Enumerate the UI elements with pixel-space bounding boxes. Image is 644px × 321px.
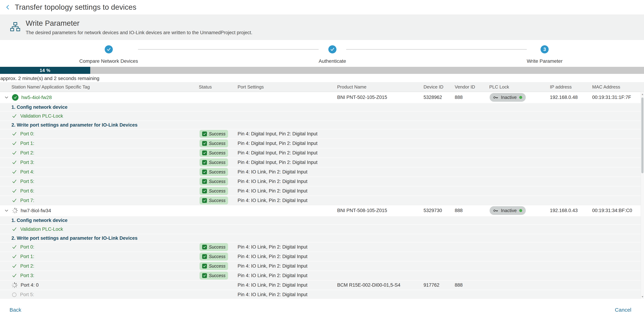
- checkbox-icon: [202, 160, 207, 165]
- step-circle-done: [105, 45, 113, 54]
- port-row: Port 3:SuccessPin 4: IO Link, Pin 2: Dig…: [0, 270, 644, 280]
- port-settings: Pin 4: IO Link, Pin 2: Digital Input: [236, 244, 336, 250]
- check-icon: [12, 141, 17, 146]
- port-label: Validation PLC-Lock: [20, 113, 63, 119]
- back-button[interactable]: Back: [10, 307, 21, 313]
- port-row: Port 5:Pin 4: IO Link, Pin 2: Digital In…: [0, 290, 644, 299]
- vendor-id: 888: [453, 95, 488, 100]
- ip-address: 192.168.0.43: [548, 208, 591, 213]
- device-id: 5328962: [422, 95, 453, 100]
- port-label: Port 6:: [20, 188, 34, 194]
- port-status-cell: Success: [198, 168, 236, 176]
- stepper-step: Compare Network Devices: [79, 45, 138, 64]
- port-station-cell: Port 4: 0: [0, 282, 198, 288]
- port-status-cell: Success: [198, 243, 236, 251]
- port-row: Port 3:SuccessPin 4: Digital Input, Pin …: [0, 158, 644, 167]
- port-settings: Pin 4: IO Link, Pin 2: Digital Input: [236, 292, 336, 298]
- port-settings: Pin 4: IO Link, Pin 2: Digital Input: [236, 179, 336, 184]
- status-badge-label: Success: [209, 273, 226, 278]
- check-icon: [12, 179, 17, 184]
- checkbox-icon: [202, 150, 207, 155]
- port-settings: Pin 4: Digital Input, Pin 2: Digital Inp…: [236, 160, 336, 165]
- port-label: Port 0:: [20, 131, 34, 136]
- plc-lock-cell: Inactive: [488, 93, 548, 102]
- vendor-id: 888: [453, 208, 488, 213]
- port-station-cell: Port 2:: [0, 263, 198, 269]
- product-name: BCM R15E-002-DI00-01,5-S4: [336, 282, 422, 288]
- step-circle-done: [328, 45, 336, 54]
- check-icon: [12, 150, 17, 156]
- scroll-down-arrow-icon[interactable]: ▼: [641, 294, 644, 299]
- port-status-cell: Success: [198, 130, 236, 138]
- vendor-id: 888: [453, 282, 488, 288]
- scrollbar-thumb[interactable]: [641, 98, 644, 173]
- port-station-cell: Port 3:: [0, 273, 198, 278]
- port-row: Port 0:SuccessPin 4: IO Link, Pin 2: Dig…: [0, 242, 644, 252]
- checkbox-icon: [202, 132, 207, 136]
- port-label: Port 0:: [20, 244, 34, 250]
- column-header: Product Name: [336, 84, 422, 90]
- product-name: BNI PNT-508-105-Z015: [336, 208, 422, 213]
- port-label: Port 4:: [20, 169, 34, 175]
- intro-band: Write Parameter The desired parameters f…: [0, 14, 644, 40]
- plc-lock-label: Inactive: [501, 208, 517, 213]
- port-station-cell: Port 0:: [0, 244, 198, 250]
- check-icon: [12, 188, 17, 194]
- column-header: Port Settings: [236, 84, 336, 90]
- port-label: Port 2:: [20, 263, 34, 269]
- progress-bar: 14 %: [0, 67, 644, 74]
- plc-lock-badge: Inactive: [490, 93, 526, 102]
- port-label: Port 3:: [20, 273, 34, 278]
- device-row[interactable]: hw7-8iol-fw34BNI PNT-508-105-Z0155329730…: [0, 205, 644, 216]
- stepper-step-label: Compare Network Devices: [79, 58, 138, 64]
- device-row[interactable]: hw5-4iol-fw28BNI PNT-502-105-Z0155328962…: [0, 92, 644, 103]
- step-circle-active: 3: [540, 45, 549, 54]
- check-icon: [12, 254, 17, 259]
- port-station-cell: Port 1:: [0, 141, 198, 146]
- status-badge-success: Success: [200, 168, 228, 176]
- status-badge-label: Success: [209, 131, 226, 136]
- port-settings: Pin 4: IO Link, Pin 2: Digital Input: [236, 273, 336, 278]
- spinner-icon: [12, 282, 18, 288]
- vertical-scrollbar[interactable]: ▲ ▼: [641, 92, 644, 299]
- stepper: Compare Network DevicesAuthenticate3Writ…: [0, 40, 644, 67]
- port-row: Port 6:SuccessPin 4: IO Link, Pin 2: Dig…: [0, 186, 644, 196]
- port-station-cell: Port 0:: [0, 131, 198, 136]
- plc-lock-label: Inactive: [501, 95, 517, 100]
- status-dot-icon: [519, 96, 522, 99]
- column-header: Status: [198, 84, 236, 90]
- port-row: Port 2:SuccessPin 4: IO Link, Pin 2: Dig…: [0, 261, 644, 270]
- port-settings: Pin 4: Digital Input, Pin 2: Digital Inp…: [236, 141, 336, 146]
- scroll-up-arrow-icon[interactable]: ▲: [641, 92, 644, 96]
- column-header: MAC Address: [591, 84, 641, 90]
- table-header-row: Station Name/ Application Specific TagSt…: [0, 82, 644, 92]
- port-label: Port 5:: [20, 292, 34, 298]
- chevron-down-icon[interactable]: [4, 95, 9, 100]
- step-description: The desired parameters for network devic…: [26, 30, 252, 36]
- checkbox-icon: [202, 273, 207, 278]
- port-station-cell: Validation PLC-Lock: [0, 226, 198, 232]
- status-badge-label: Success: [209, 170, 226, 174]
- port-row: Validation PLC-Lock: [0, 111, 644, 120]
- key-icon: [493, 95, 498, 100]
- ip-address: 192.168.0.48: [548, 95, 591, 100]
- port-label: Port 1:: [20, 254, 34, 259]
- check-icon: [12, 226, 17, 232]
- cancel-button[interactable]: Cancel: [615, 307, 631, 313]
- check-icon: [12, 263, 17, 269]
- check-icon: [12, 131, 17, 136]
- port-station-cell: Port 6:: [0, 188, 198, 194]
- table-body: hw5-4iol-fw28BNI PNT-502-105-Z0155328962…: [0, 92, 644, 299]
- device-table: Station Name/ Application Specific TagSt…: [0, 82, 644, 299]
- stepper-connector: [346, 49, 527, 50]
- status-badge-success: Success: [200, 149, 228, 157]
- status-badge-success: Success: [200, 196, 228, 204]
- device-id: 5329730: [422, 208, 453, 213]
- port-settings: Pin 4: IO Link, Pin 2: Digital Input: [236, 169, 336, 175]
- port-station-cell: Port 5:: [0, 179, 198, 184]
- chevron-down-icon[interactable]: [4, 208, 9, 213]
- step-section-row: 2. Write port settings and parameter for…: [0, 120, 644, 129]
- stepper-step: 3Write Parameter: [527, 45, 562, 64]
- port-status-cell: Success: [198, 252, 236, 260]
- back-arrow-icon[interactable]: [4, 3, 12, 11]
